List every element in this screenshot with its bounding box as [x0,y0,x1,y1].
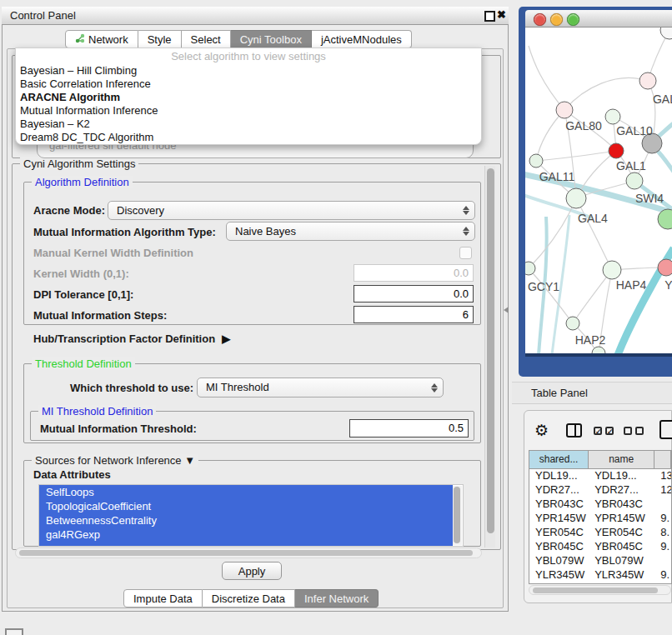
table-row[interactable]: YLR345WYLR345W9. [529,568,671,582]
network-edge [564,78,648,110]
network-node[interactable] [605,109,620,124]
settings-scrollbar-thumb[interactable] [487,168,494,533]
column-header-shared-name[interactable]: shared... [529,451,589,468]
manual-kernel-checkbox[interactable] [459,247,472,259]
attribute-item[interactable]: gal4RGexp [39,528,453,542]
network-canvas[interactable]: GAL GAL80 GAL10 GAL1 GAL11 SWI4 GAL4 GCY… [525,28,672,353]
threshold-definition-title: Threshold Definition [32,358,135,370]
column-header-name[interactable]: name [589,451,654,468]
tab-network[interactable]: Network [65,30,138,48]
network-node-gal11[interactable] [529,154,543,168]
manual-kernel-label: Manual Kernel Width Definition [33,247,193,259]
table-row[interactable]: YBR045CYBR045C9. [529,539,671,553]
network-node[interactable] [639,72,656,89]
tab-select[interactable]: Select [182,30,231,48]
attributes-scrollbar-thumb[interactable] [454,487,460,543]
table-horizontal-scrollbar[interactable] [529,585,671,595]
mi-threshold-field[interactable]: 0.5 [349,419,469,438]
kernel-width-field[interactable]: 0.0 [354,264,474,282]
tab-impute-data[interactable]: Impute Data [123,589,203,608]
table-panel-title: Table Panel [531,387,588,399]
selected-attributes-block: SelfLoops TopologicalCoefficient Between… [39,485,453,546]
algorithm-option[interactable]: Bayesian – Hill Climbing [20,64,477,78]
partial-floating-icon[interactable] [5,628,23,635]
panel-collapse-arrow-icon[interactable] [504,307,509,313]
which-threshold-combo[interactable]: MI Threshold [197,378,444,398]
settings-hscrollbar-thumb[interactable] [19,550,473,556]
aracne-mode-combo[interactable]: Discovery [108,201,475,220]
table-row[interactable]: YDL19...YDL19...13 [529,468,671,482]
control-panel-tabbar: Network Style Select Cyni Toolbox jActiv… [65,30,412,48]
table-row[interactable]: YPR145WYPR145W9. [529,511,671,525]
deselect-checkbox-icon[interactable] [635,427,644,435]
settings-horizontal-scrollbar[interactable] [15,548,482,558]
tab-cyni-toolbox[interactable]: Cyni Toolbox [231,30,312,48]
network-node-swi4[interactable] [658,209,672,229]
algorithm-option[interactable]: Dream8 DC_TDC Algorithm [20,131,477,144]
sources-group-title[interactable]: Sources for Network Inference ▼ [32,454,198,467]
tab-infer-network[interactable]: Infer Network [295,589,379,608]
minimize-traffic-light-icon[interactable] [550,13,563,26]
zoom-traffic-light-icon[interactable] [567,13,579,26]
node-label-gcy1: GCY1 [528,280,559,293]
select-all-checkbox-icon[interactable]: ✓ [605,427,614,435]
tab-discretize-data[interactable]: Discretize Data [203,589,295,608]
expand-right-icon[interactable]: ▶ [222,332,230,345]
gear-icon[interactable]: ⚙ [534,421,549,440]
tab-jactivemnodules[interactable]: jActiveMNodules [312,30,412,48]
algorithm-definition-title: Algorithm Definition [32,176,133,188]
close-icon[interactable]: ✖ [497,8,506,21]
network-node-gal1-selected[interactable] [609,143,624,158]
collapse-down-icon[interactable]: ▼ [184,454,195,467]
bottom-tabbar: Impute Data Discretize Data Infer Networ… [123,589,379,608]
network-node-hap4[interactable] [603,261,621,279]
network-node[interactable] [658,259,672,276]
network-node-gcy1[interactable] [525,262,535,275]
settings-vertical-scrollbar[interactable] [484,166,495,548]
table-row[interactable]: YDR27...YDR27...12 [529,482,671,497]
network-edge [576,198,612,270]
network-edge [529,46,564,110]
mi-steps-field[interactable]: 6 [354,306,474,323]
network-node[interactable] [626,172,643,189]
attribute-item[interactable]: SelfLoops [39,485,453,499]
node-label-y: Y [664,278,672,292]
combo-spinner-icon [463,202,469,219]
network-window-titlebar[interactable] [525,10,672,28]
network-node-gal4[interactable] [566,188,586,208]
attribute-item[interactable]: TopologicalCoefficient [39,499,453,513]
algorithm-option-selected[interactable]: ARACNE Algorithm [20,91,477,104]
mi-type-combo[interactable]: Naive Bayes [226,222,475,241]
close-traffic-light-icon[interactable] [534,13,546,26]
columns-icon[interactable] [566,423,582,438]
deselect-checkbox-icon[interactable] [624,427,632,435]
dpi-tolerance-field[interactable]: 0.0 [354,285,474,302]
table-row[interactable]: YBL079WYBL079W [529,553,671,568]
node-label-swi4: SWI4 [635,192,664,205]
data-attributes-list[interactable]: SelfLoops TopologicalCoefficient Between… [38,484,464,547]
node-label-gal11: GAL11 [539,170,575,183]
hub-definition-toggle[interactable]: Hub/Transcription Factor Definition▶ [33,332,230,345]
table-row[interactable]: YBR043CYBR043C [529,497,671,511]
node-label-gal10: GAL10 [616,124,653,138]
table-row[interactable]: YIL052CYIL052C9 [529,582,671,583]
float-window-icon[interactable] [484,11,495,22]
control-panel-titlebar[interactable] [2,7,509,25]
attributes-list-scrollbar[interactable] [453,486,462,545]
attribute-item[interactable]: BetweennessCentrality [39,513,453,528]
network-node-gal80[interactable] [556,102,573,118]
network-node[interactable] [660,28,672,39]
dpi-tolerance-label: DPI Tolerance [0,1]: [33,288,133,301]
algorithm-option[interactable]: Bayesian – K2 [20,118,477,131]
column-header-partial[interactable] [654,451,671,468]
network-node-hap2[interactable] [566,317,579,330]
table-row[interactable]: YER054CYER054C8. [529,525,671,539]
select-all-checkbox-icon[interactable]: ✓ [594,427,602,435]
tab-style[interactable]: Style [138,30,182,48]
apply-button[interactable]: Apply [222,562,282,580]
table-body[interactable]: YDL19...YDL19...13 YDR27...YDR27...12 YB… [529,468,671,583]
algorithm-option[interactable]: Basic Correlation Inference [20,78,477,91]
table-function-icon[interactable] [659,420,672,439]
algorithm-option[interactable]: Mutual Information Inference [20,104,477,118]
table-hscrollbar-thumb[interactable] [533,588,658,593]
